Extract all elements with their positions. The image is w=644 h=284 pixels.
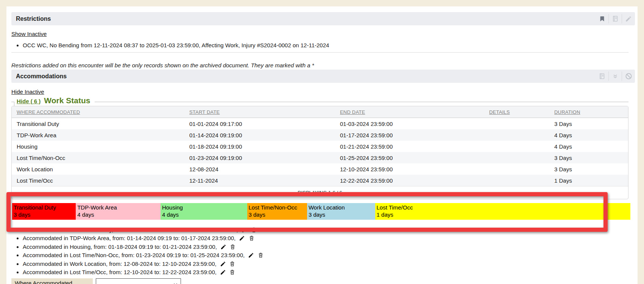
column-header-duration[interactable]: DURATION bbox=[554, 109, 628, 115]
timeline-segment-label: Lost Time/Occ bbox=[377, 204, 630, 211]
table-body: Transitional Duty 01-01-2024 09:17:00 01… bbox=[12, 118, 628, 186]
accommodation-entry-text: Accommodated in Work Location, from: 12-… bbox=[23, 261, 217, 267]
timeline-segment: Work Location 3 days bbox=[307, 203, 375, 220]
restriction-item: OCC WC, No Bending from 12-11-2024 08:37… bbox=[23, 42, 628, 49]
cell-duration: 4 Days bbox=[554, 143, 628, 150]
accommodation-entry-text: Accommodated in Transitional Duty, from:… bbox=[23, 227, 238, 233]
accommodation-entry: Accommodated in Lost Time/Occ, from: 12-… bbox=[23, 268, 264, 277]
cell-start-date: 12-11-2024 bbox=[189, 177, 340, 184]
cell-start-date: 01-23-2024 09:19:00 bbox=[189, 155, 340, 161]
timeline-segment-label: Transitional Duty bbox=[14, 204, 76, 211]
work-status-table: WHERE ACCOMMODATED START DATE END DATE D… bbox=[11, 106, 628, 199]
cell-end-date: 12-10-2024 23:59:00 bbox=[340, 166, 489, 172]
delete-trash-icon[interactable] bbox=[251, 227, 257, 234]
timeline-segment-label: Housing bbox=[162, 204, 247, 211]
accommodation-entry: Accommodated in TDP-Work Area, from: 01-… bbox=[23, 234, 264, 243]
accommodation-entry-text: Accommodated in Housing, from: 01-18-202… bbox=[23, 244, 217, 250]
table-row: Lost Time/Non-Occ 01-23-2024 09:19:00 01… bbox=[12, 152, 628, 163]
archive-book-icon[interactable] bbox=[609, 12, 622, 25]
edit-pencil-icon[interactable] bbox=[220, 269, 226, 277]
where-accommodated-label: Where Accommodated bbox=[11, 278, 93, 284]
cell-where-accommodated: TDP-Work Area bbox=[17, 132, 189, 138]
divider-line bbox=[11, 52, 628, 53]
table-row: Transitional Duty 01-01-2024 09:17:00 01… bbox=[12, 118, 628, 129]
column-header-where-accommodated[interactable]: WHERE ACCOMMODATED bbox=[17, 109, 189, 115]
accommodation-entry: Accommodated in Lost Time/Non-Occ, from:… bbox=[23, 251, 264, 260]
cell-where-accommodated: Housing bbox=[17, 143, 189, 150]
delete-trash-icon[interactable] bbox=[229, 269, 235, 277]
cell-end-date: 01-21-2024 23:59:00 bbox=[340, 143, 489, 150]
displaying-count-text: DISPLAYING 1-6 / 6 bbox=[298, 190, 342, 196]
timeline-segment-label: Work Location bbox=[309, 204, 375, 211]
timeline-segment: TDP-Work Area 4 days bbox=[76, 203, 161, 220]
timeline-segment: Lost Time/Non-Occ 3 days bbox=[247, 203, 307, 220]
cell-duration: 4 Days bbox=[554, 132, 628, 138]
column-header-details[interactable]: DETAILS bbox=[489, 109, 554, 115]
timeline-segment-days: 3 days bbox=[14, 211, 76, 218]
cell-start-date: 01-14-2024 09:19:00 bbox=[189, 132, 340, 138]
edit-pencil-icon[interactable] bbox=[239, 235, 245, 243]
restrictions-list: OCC WC, No Bending from 12-11-2024 08:37… bbox=[11, 42, 628, 49]
cell-duration: 1 Days bbox=[554, 177, 628, 184]
accommodations-header-icons bbox=[596, 70, 635, 83]
collapse-double-chevron-icon[interactable] bbox=[609, 70, 622, 83]
accommodation-entry: Accommodated in Housing, from: 01-18-202… bbox=[23, 243, 264, 251]
fieldset-line bbox=[11, 102, 628, 102]
table-row: Work Location 12-08-2024 12-10-2024 23:5… bbox=[12, 163, 628, 175]
content-panel: Restrictions Show Inactive OCC WC, No Be… bbox=[6, 6, 638, 284]
timeline-segment: Housing 4 days bbox=[161, 203, 247, 220]
cell-duration: 3 Days bbox=[554, 155, 628, 161]
disable-icon[interactable] bbox=[622, 70, 635, 83]
cell-end-date: 01-25-2024 23:59:00 bbox=[340, 155, 489, 161]
timeline-segment-label: Lost Time/Non-Occ bbox=[249, 204, 307, 211]
cell-where-accommodated: Transitional Duty bbox=[17, 121, 189, 127]
restrictions-title: Restrictions bbox=[11, 16, 51, 22]
edit-pencil-icon[interactable] bbox=[248, 252, 254, 260]
edit-pencil-icon[interactable] bbox=[622, 12, 635, 25]
delete-trash-icon[interactable] bbox=[230, 244, 235, 251]
bookmark-icon[interactable] bbox=[596, 12, 608, 25]
accommodation-entry-text: Accommodated in Lost Time/Occ, from: 12-… bbox=[23, 269, 217, 275]
show-inactive-link[interactable]: Show Inactive bbox=[11, 31, 47, 37]
hide-count-link[interactable]: Hide ( 6 ) bbox=[17, 98, 41, 104]
table-row: TDP-Work Area 01-14-2024 09:19:00 01-17-… bbox=[12, 129, 628, 141]
cell-where-accommodated: Work Location bbox=[17, 166, 189, 172]
cell-duration: 3 Days bbox=[554, 121, 628, 127]
accommodation-entry-text: Accommodated in TDP-Work Area, from: 01-… bbox=[23, 235, 235, 241]
delete-trash-icon[interactable] bbox=[229, 261, 235, 268]
delete-trash-icon[interactable] bbox=[258, 252, 264, 260]
cell-start-date: 01-18-2024 09:19:00 bbox=[189, 143, 340, 150]
timeline-segment-days: 1 days bbox=[377, 211, 630, 218]
edit-pencil-icon[interactable] bbox=[220, 261, 226, 268]
restrictions-section-header: Restrictions bbox=[11, 12, 635, 25]
work-status-title: Work Status bbox=[44, 96, 90, 105]
accommodation-entry-text: Accommodated in Lost Time/Non-Occ, from:… bbox=[23, 252, 245, 258]
accommodation-entry: Accommodated in Transitional Duty, from:… bbox=[23, 226, 264, 234]
accommodation-entry: Accommodated in Work Location, from: 12-… bbox=[23, 260, 264, 268]
hide-inactive-link[interactable]: Hide Inactive bbox=[11, 88, 44, 95]
timeline-segment: Lost Time/Occ 1 days bbox=[375, 203, 630, 220]
delete-trash-icon[interactable] bbox=[249, 235, 254, 243]
edit-pencil-icon[interactable] bbox=[242, 227, 248, 234]
cell-duration: 3 Days bbox=[554, 166, 628, 172]
column-header-end-date[interactable]: END DATE bbox=[340, 109, 489, 115]
column-header-start-date[interactable]: START DATE bbox=[189, 109, 340, 115]
restrictions-note: Restrictions added on this encounter wil… bbox=[11, 62, 314, 68]
cell-end-date: 12-22-2024 23:59:00 bbox=[340, 177, 489, 184]
timeline-segment-days: 3 days bbox=[249, 211, 307, 218]
timeline-segment-days: 4 days bbox=[162, 211, 247, 218]
add-accommodation-form: Where Accommodated bbox=[11, 278, 181, 284]
table-footer: DISPLAYING 1-6 / 6 bbox=[12, 186, 628, 199]
cell-where-accommodated: Lost Time/Non-Occ bbox=[17, 155, 189, 161]
where-accommodated-select[interactable] bbox=[96, 278, 181, 284]
dropdown-chevron-icon bbox=[173, 282, 178, 284]
archive-book-icon[interactable] bbox=[596, 70, 608, 83]
cell-end-date: 01-03-2024 23:59:00 bbox=[340, 121, 489, 127]
edit-pencil-icon[interactable] bbox=[220, 244, 226, 251]
timeline-segment-days: 3 days bbox=[309, 211, 375, 218]
cell-start-date: 12-08-2024 bbox=[189, 166, 340, 172]
table-row: Housing 01-18-2024 09:19:00 01-21-2024 2… bbox=[12, 141, 628, 152]
cell-where-accommodated: Lost Time/Occ bbox=[17, 177, 189, 184]
accommodations-section-header: Accommodations bbox=[11, 70, 635, 83]
restrictions-header-icons bbox=[596, 12, 635, 25]
